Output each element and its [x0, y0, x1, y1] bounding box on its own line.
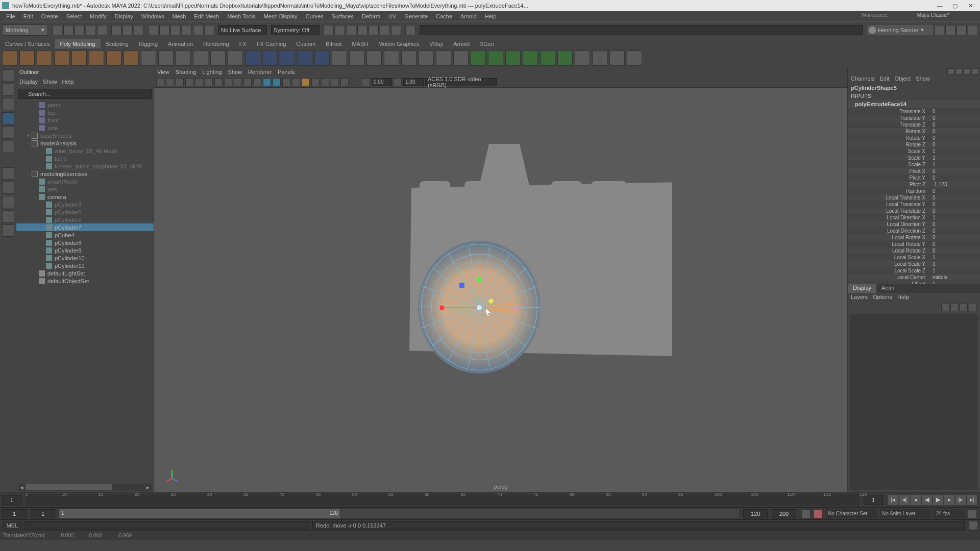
expand-icon[interactable] — [33, 126, 38, 131]
shelf-icon-21[interactable] — [366, 51, 382, 66]
layers-menu-help[interactable]: Help — [897, 294, 909, 301]
render-icon[interactable] — [405, 25, 415, 35]
command-input[interactable] — [24, 521, 310, 530]
outliner-item-pcylinder11[interactable]: pCylinder11 — [16, 262, 154, 269]
menu-mesh[interactable]: Mesh — [168, 12, 190, 20]
attr-row-local-rotate-z[interactable]: Local Rotate Z0 — [848, 247, 980, 254]
menu-create[interactable]: Create — [37, 12, 62, 20]
shelf-icon-3[interactable] — [54, 51, 69, 66]
outliner-item-pcylinder3[interactable]: pCylinder3 — [16, 201, 154, 208]
shelf-icon-17[interactable] — [297, 51, 312, 66]
expand-icon[interactable] — [40, 256, 45, 261]
attr-value[interactable]: 0 — [929, 142, 960, 147]
snap-curve-icon[interactable] — [159, 25, 169, 35]
expand-icon[interactable] — [33, 110, 38, 115]
lasso-select-icon[interactable] — [122, 25, 133, 35]
shelf-icon-2[interactable] — [37, 51, 52, 66]
attr-value[interactable]: 0 — [929, 202, 960, 207]
expand-icon[interactable]: - — [26, 171, 31, 177]
snap-view-icon[interactable] — [204, 25, 214, 35]
vp-safe-icon[interactable] — [205, 78, 213, 86]
go-end-icon[interactable]: ▸| — [967, 495, 977, 505]
layer-tab-anim[interactable]: Anim — [876, 284, 899, 293]
layer-tab-display[interactable]: Display — [848, 284, 876, 293]
menu-set-dropdown[interactable]: Modeling▾ — [2, 24, 48, 36]
layout-four-icon[interactable] — [2, 182, 14, 194]
shelf-icon-23[interactable] — [401, 51, 416, 66]
attr-value[interactable]: 0 — [929, 122, 960, 128]
viewport-menu-view[interactable]: View — [157, 69, 169, 75]
vp-camera-icon[interactable] — [156, 78, 164, 86]
attr-row-local-translate-y[interactable]: Local Translate Y0 — [848, 201, 980, 208]
vp-film-icon[interactable] — [176, 78, 184, 86]
shelf-icon-34[interactable] — [592, 51, 607, 66]
attr-value[interactable]: 1 — [929, 261, 960, 267]
scale-tool-icon[interactable] — [2, 127, 14, 139]
vp-hud-icon[interactable] — [331, 78, 339, 86]
shelf-icon-27[interactable] — [471, 51, 486, 66]
snap-point-icon[interactable] — [170, 25, 181, 35]
menu-mesh-display[interactable]: Mesh Display — [260, 12, 302, 20]
attr-value[interactable]: 0 — [929, 188, 960, 194]
manipulator-z-axis[interactable] — [459, 283, 464, 288]
close-button[interactable]: ✕ — [963, 1, 978, 10]
outliner-item-front[interactable]: front — [16, 116, 154, 124]
attr-value[interactable]: 1 — [929, 268, 960, 273]
expand-icon[interactable] — [40, 233, 45, 238]
attr-value[interactable]: 0 — [929, 208, 960, 214]
expand-icon[interactable] — [40, 217, 45, 222]
expand-icon[interactable] — [33, 103, 38, 108]
exposure-field[interactable]: 0.00 — [372, 78, 392, 86]
shelf-tab-fx-caching[interactable]: FX Caching — [252, 39, 291, 48]
attr-row-local-direction-y[interactable]: Local Direction Y0 — [848, 221, 980, 228]
attr-value[interactable]: 1 — [929, 162, 960, 167]
menu-select[interactable]: Select — [62, 12, 86, 20]
shelf-tab-animation[interactable]: Animation — [163, 39, 198, 48]
outliner-item-baseshapes[interactable]: +baseShapes — [16, 132, 154, 139]
shelf-icon-15[interactable] — [262, 51, 278, 66]
outliner-scrollbar[interactable]: ◂ ▸ — [18, 484, 152, 491]
expand-icon[interactable] — [40, 263, 45, 268]
script-editor-icon[interactable] — [969, 521, 978, 530]
vp-fog-icon[interactable] — [311, 78, 320, 86]
outliner-search[interactable]: Search... — [18, 89, 152, 99]
attr-row-scale-z[interactable]: Scale Z1 — [848, 161, 980, 168]
attr-row-scale-y[interactable]: Scale Y1 — [848, 155, 980, 161]
vp-aa-icon[interactable] — [302, 78, 310, 86]
shelf-icon-20[interactable] — [349, 51, 364, 66]
symmetry-dropdown[interactable]: Symmetry: Off — [271, 25, 320, 35]
cb-toggle-1-icon[interactable] — [947, 68, 954, 74]
menu-surfaces[interactable]: Surfaces — [328, 12, 358, 20]
vp-shadows-icon[interactable] — [253, 78, 261, 86]
attr-row-rotate-x[interactable]: Rotate X0 — [848, 128, 980, 135]
menu-display[interactable]: Display — [111, 12, 137, 20]
vp-bg-icon[interactable] — [340, 78, 349, 86]
outliner-item-pcylinder5[interactable]: pCylinder5 — [16, 208, 154, 216]
expand-icon[interactable] — [40, 225, 45, 230]
shelf-tab-bifrost[interactable]: Bifrost — [321, 39, 347, 48]
play-forward-icon[interactable]: ▶ — [933, 495, 943, 505]
playback-step-icon[interactable] — [369, 25, 379, 35]
shelf-tab-xgen[interactable]: XGen — [475, 39, 499, 48]
command-search[interactable] — [420, 25, 863, 35]
cb-menu-object[interactable]: Object — [894, 76, 911, 83]
vp-textured-icon[interactable] — [234, 78, 242, 86]
select-mode-icon[interactable] — [111, 25, 121, 35]
vp-bookmark-icon[interactable] — [166, 78, 174, 86]
outliner-item-korean-public-payphone-01-4k-m[interactable]: korean_public_payphone_01_4k:M — [16, 162, 154, 170]
outliner-item-pcylinder7[interactable]: pCylinder7 — [16, 223, 154, 231]
layers-menu-layers[interactable]: Layers — [851, 294, 868, 301]
shelf-icon-19[interactable] — [332, 51, 347, 66]
attr-value[interactable]: 0 — [929, 241, 960, 247]
expand-icon[interactable] — [33, 118, 38, 123]
cb-toggle-2-icon[interactable] — [955, 68, 963, 74]
vp-ao-icon[interactable] — [282, 78, 290, 86]
range-thumb[interactable]: 1 120 — [59, 509, 340, 518]
lasso-tool-icon[interactable] — [2, 84, 14, 96]
cb-menu-channels[interactable]: Channels — [851, 76, 874, 83]
toggle-4-icon[interactable] — [968, 25, 978, 35]
colorspace-dropdown[interactable]: ACES 1.0 SDR-video (sRGB) — [425, 78, 497, 86]
attr-value[interactable]: 0 — [929, 135, 960, 141]
outliner-item-side[interactable]: side — [16, 124, 154, 132]
expand-icon[interactable]: + — [26, 133, 31, 138]
